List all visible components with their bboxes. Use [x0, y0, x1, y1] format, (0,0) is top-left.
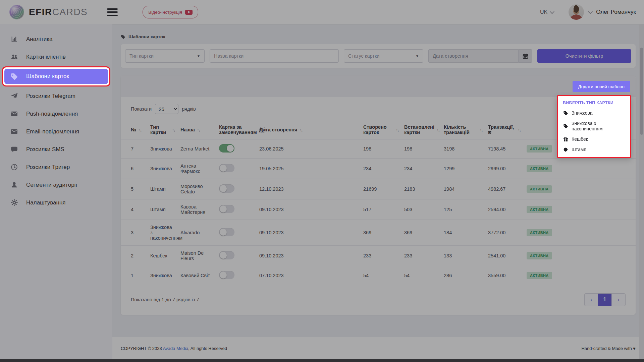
col-card-type[interactable]: Тип картки↑↓	[148, 120, 178, 139]
hamburger-menu-icon[interactable]	[107, 8, 118, 16]
sidebar-item-push[interactable]: Push-повідомлення	[0, 105, 112, 123]
sort-icon[interactable]: ↑↓	[197, 128, 200, 132]
table-footer: Показано від 1 до 7 рядків із 7 ‹ 1 ›	[121, 285, 636, 315]
default-toggle[interactable]	[219, 251, 234, 259]
sort-icon[interactable]: ↑↓	[396, 128, 399, 132]
cell-number: 6	[121, 159, 148, 179]
sidebar-item-telegram[interactable]: Розсилки Telegram	[0, 87, 112, 105]
card-toolbar: Додати новий шаблон	[121, 76, 636, 97]
table-row: 3 Знижкова з накопиченням Alvarado 09.10…	[121, 220, 636, 246]
user-avatar[interactable]	[569, 4, 584, 20]
made-with-text: Hand-crafted & Made with ♥	[581, 346, 636, 351]
sidebar-item-card-templates[interactable]: Шаблони карток	[4, 69, 108, 84]
main-content: Шаблони карток Тип картки ▼ Статус картк…	[112, 24, 644, 359]
sidebar-item-label: Розсилки Тригер	[26, 164, 70, 171]
cell-default-card	[216, 139, 257, 159]
pagination-prev-button[interactable]: ‹	[585, 294, 598, 306]
sidebar-item-label: Сегменти аудиторії	[26, 182, 77, 188]
page-size-suffix: рядків	[182, 106, 196, 112]
dropdown-item-stamp[interactable]: Штамп	[563, 147, 625, 152]
cell-transactions-sum: 2594.00	[485, 199, 524, 220]
copyright-text: COPYRIGHT © 2023 Avada Media, All rights…	[121, 346, 227, 351]
rows-summary: Показано від 1 до 7 рядків із 7	[131, 297, 199, 302]
youtube-icon	[185, 10, 193, 15]
cell-transactions-sum: 2541.00	[485, 246, 524, 266]
card-type-dropdown: ВИБЕРІТЬ ТИП КАРТКИ Знижкова Знижкова з …	[557, 95, 631, 158]
avada-media-link[interactable]: Avada Media	[163, 346, 189, 351]
cell-transactions-count: 1299	[441, 159, 485, 179]
add-template-button[interactable]: Додати новий шаблон	[573, 81, 631, 92]
col-number[interactable]: №↑↓	[121, 120, 148, 139]
cell-created-date: 09.10.2023	[257, 199, 361, 220]
cell-number: 5	[121, 179, 148, 199]
cell-transactions-count: 3198	[441, 139, 485, 159]
col-cards-created[interactable]: Створено карток↑↓	[361, 120, 401, 139]
cell-name: Maison De Fleurs	[178, 246, 216, 266]
cell-name: Аптека Фармокс	[178, 159, 216, 179]
dropdown-item-cashback[interactable]: Кешбек	[563, 136, 625, 142]
cell-cards-installed: 369	[401, 220, 441, 246]
bar-chart-icon	[10, 35, 18, 43]
calendar-icon[interactable]	[518, 49, 532, 63]
chevron-down-icon[interactable]	[588, 9, 593, 14]
default-toggle[interactable]	[219, 164, 234, 172]
sidebar-item-settings[interactable]: Налаштування	[0, 194, 112, 212]
default-toggle[interactable]	[219, 205, 234, 213]
default-toggle[interactable]	[219, 144, 234, 153]
person-icon	[10, 181, 18, 189]
cell-default-card	[216, 179, 257, 199]
breadcrumb: Шаблони карток	[121, 34, 636, 39]
col-cards-installed[interactable]: Встановлені картки↑↓	[401, 120, 441, 139]
clear-filter-button[interactable]: Очистити фільтр	[537, 49, 631, 63]
dropdown-item-discount-cumulative[interactable]: Знижкова з накопиченням	[563, 121, 625, 131]
sidebar-item-sms[interactable]: Розсилки SMS	[0, 140, 112, 158]
window-bottom-edge	[0, 359, 644, 362]
sort-icon[interactable]: ↑↓	[437, 128, 440, 132]
scrollbar-thumb[interactable]	[640, 48, 643, 135]
sort-icon[interactable]: ↑↓	[480, 128, 483, 132]
sort-icon[interactable]: ↑↓	[300, 128, 303, 132]
col-name[interactable]: Назва↑↓	[178, 120, 216, 139]
sidebar-item-trigger[interactable]: Розсилки Тригер	[0, 158, 112, 176]
filter-panel: Тип картки ▼ Статус картки ▼ Очистити фі…	[121, 44, 636, 68]
page-size-select[interactable]: 25	[155, 104, 178, 114]
card-name-filter-input[interactable]	[210, 49, 339, 63]
video-instruction-button[interactable]: Відео-інструкція	[143, 6, 198, 18]
sort-icon[interactable]: ↑↓	[139, 128, 142, 132]
dropdown-item-label: Кешбек	[572, 136, 588, 142]
envelope-icon	[10, 110, 18, 118]
cell-number: 3	[121, 220, 148, 246]
sidebar-item-email[interactable]: Email-повідомлення	[0, 123, 112, 140]
dropdown-item-discount[interactable]: Знижкова	[563, 110, 625, 116]
status-badge: АКТИВНА	[527, 145, 552, 153]
sidebar-item-client-cards[interactable]: Картки клієнтів	[0, 48, 112, 66]
gear-icon	[10, 199, 18, 207]
creation-date-input[interactable]	[428, 49, 518, 63]
cell-cards-created: 21699	[361, 179, 401, 199]
default-toggle[interactable]	[219, 184, 234, 193]
cell-cards-installed: 198	[401, 139, 441, 159]
sidebar-item-label: Картки клієнтів	[26, 54, 66, 60]
users-icon	[10, 53, 18, 61]
card-status-filter-select[interactable]: Статус картки ▼	[344, 49, 423, 63]
dropdown-arrow-icon: ▼	[416, 54, 419, 58]
default-toggle[interactable]	[219, 228, 234, 236]
sort-icon[interactable]: ↑↓	[518, 128, 521, 132]
pagination-page-1[interactable]: 1	[598, 294, 611, 306]
col-created-date[interactable]: Дата створення↑↓	[257, 120, 361, 139]
sidebar-item-segments[interactable]: Сегменти аудиторії	[0, 176, 112, 194]
col-transactions-sum[interactable]: Транзакції, ₴↑↓	[485, 120, 524, 139]
cell-created-date: 19.05.2025	[257, 159, 361, 179]
chat-bubble-icon	[10, 145, 18, 154]
col-default-card[interactable]: Картка за замовчуваннямi↑↓	[216, 120, 257, 139]
sidebar: Аналітика Картки клієнтів Шаблони карток	[0, 24, 112, 359]
language-selector[interactable]: UK	[540, 9, 554, 15]
sidebar-item-analytics[interactable]: Аналітика	[0, 30, 112, 48]
pagination-next-button[interactable]: ›	[611, 294, 625, 306]
card-type-filter-select[interactable]: Тип картки ▼	[125, 49, 205, 63]
col-transactions-count[interactable]: Кількість транзакцій↑↓	[441, 120, 485, 139]
sort-icon[interactable]: ↑↓	[172, 128, 175, 132]
scrollbar[interactable]	[639, 24, 644, 359]
cell-card-type: Знижкова з накопиченням	[148, 220, 178, 246]
default-toggle[interactable]	[219, 271, 234, 279]
